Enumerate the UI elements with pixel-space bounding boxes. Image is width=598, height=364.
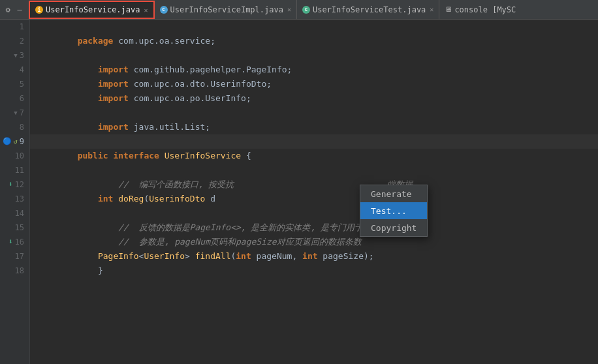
line-number-gutter: 1 2 ▼ 3 4 5 6 ▼ 7 8 🔵 ↺ 9 10 11 ⬇ 12 13 … bbox=[0, 20, 30, 364]
tab-icon-class: c bbox=[160, 6, 168, 14]
tab-console[interactable]: 🖥 console [MySC bbox=[439, 0, 521, 20]
code-line-5: import com.upc.oa.po.UserInfo; bbox=[30, 77, 598, 91]
code-line-11: // 编写个函数接口, 按受抗 端数据 bbox=[30, 163, 598, 177]
tab-userinfoservice[interactable]: i UserInfoService.java ✕ bbox=[29, 1, 155, 19]
code-line-6 bbox=[30, 91, 598, 106]
code-line-15: // 参数是, pageNum页码和pageSize对应页返回的数据条数 bbox=[30, 220, 598, 235]
code-line-14: // 反馈的数据是PageInfo<>, 是全新的实体类, 是专门用于分页查询的… bbox=[30, 206, 598, 220]
settings-icon[interactable]: ⚙ bbox=[3, 5, 13, 15]
line-5: 5 bbox=[0, 77, 29, 91]
line-14: 14 bbox=[0, 206, 29, 220]
code-editor[interactable]: package com.upc.oa.service; import com.g… bbox=[30, 20, 598, 364]
line-8: 8 bbox=[0, 120, 29, 134]
code-line-4: import com.upc.oa.dto.UserinfoDto; bbox=[30, 63, 598, 77]
tab-bar: ⚙ — i UserInfoService.java ✕ c UserInfoS… bbox=[0, 0, 598, 20]
minimize-icon[interactable]: — bbox=[14, 5, 25, 15]
code-line-10 bbox=[30, 149, 598, 163]
tab-label-2: UserInfoServiceImpl.java bbox=[170, 5, 283, 14]
code-line-16: PageInfo<UserInfo> findAll(int pageNum, … bbox=[30, 235, 598, 249]
tab-close-1[interactable]: ✕ bbox=[144, 7, 148, 14]
line-17: 17 bbox=[0, 249, 29, 264]
tab-close-2[interactable]: ✕ bbox=[287, 6, 291, 13]
fold-icon-3[interactable]: ▼ bbox=[14, 48, 17, 63]
tab-icon-class-test: c bbox=[302, 6, 310, 14]
line-7: ▼ 7 bbox=[0, 106, 29, 120]
line-10: 10 bbox=[0, 149, 29, 163]
code-line-17: } bbox=[30, 249, 598, 264]
editor-area: 1 2 ▼ 3 4 5 6 ▼ 7 8 🔵 ↺ 9 10 11 ⬇ 12 13 … bbox=[0, 20, 598, 364]
tab-userinfoserviceimpl[interactable]: c UserInfoServiceImpl.java ✕ bbox=[155, 0, 297, 20]
code-line-7: import java.util.List; bbox=[30, 106, 598, 120]
line-1: 1 bbox=[0, 20, 29, 34]
tab-label: UserInfoService.java bbox=[46, 5, 140, 14]
code-line-2 bbox=[30, 34, 598, 48]
menu-item-test[interactable]: Test... bbox=[360, 202, 427, 219]
line-9: 🔵 ↺ 9 bbox=[0, 134, 29, 149]
code-line-13 bbox=[30, 192, 598, 206]
line-15: 15 bbox=[0, 220, 29, 235]
fold-icon-7[interactable]: ▼ bbox=[14, 106, 17, 120]
line-18: 18 bbox=[0, 264, 29, 278]
code-content: package com.upc.oa.service; import com.g… bbox=[30, 20, 598, 278]
tab-close-3[interactable]: ✕ bbox=[430, 6, 433, 13]
line-12: ⬇ 12 bbox=[0, 177, 29, 192]
line-16: ⬇ 16 bbox=[0, 235, 29, 249]
line-2: 2 bbox=[0, 34, 29, 48]
line-13: 13 bbox=[0, 192, 29, 206]
line-11: 11 bbox=[0, 163, 29, 177]
line-3: ▼ 3 bbox=[0, 48, 29, 63]
line-4: 4 bbox=[0, 63, 29, 77]
console-icon: 🖥 bbox=[445, 5, 452, 14]
menu-item-copyright[interactable]: Copyright bbox=[360, 219, 427, 236]
toolbar-icons: ⚙ — bbox=[3, 5, 25, 15]
tab-userinfoservicetest[interactable]: c UserInfoServiceTest.java ✕ bbox=[297, 0, 439, 20]
code-line-12: int doReg(UserinfoDto d bbox=[30, 177, 598, 192]
context-menu: Generate Test... Copyright bbox=[360, 185, 428, 237]
line-6: 6 bbox=[0, 91, 29, 106]
code-line-18 bbox=[30, 264, 598, 278]
menu-item-generate[interactable]: Generate bbox=[360, 185, 427, 202]
code-line-3: import com.github.pagehelper.PageInfo; bbox=[30, 48, 598, 63]
code-line-1: package com.upc.oa.service; bbox=[30, 20, 598, 34]
code-line-9: public interface UserInfoService { bbox=[30, 134, 598, 149]
tab-label-3: UserInfoServiceTest.java bbox=[313, 5, 426, 14]
tab-icon-interface: i bbox=[35, 6, 43, 14]
code-line-8 bbox=[30, 120, 598, 134]
tab-label-4: console [MySC bbox=[454, 5, 516, 14]
